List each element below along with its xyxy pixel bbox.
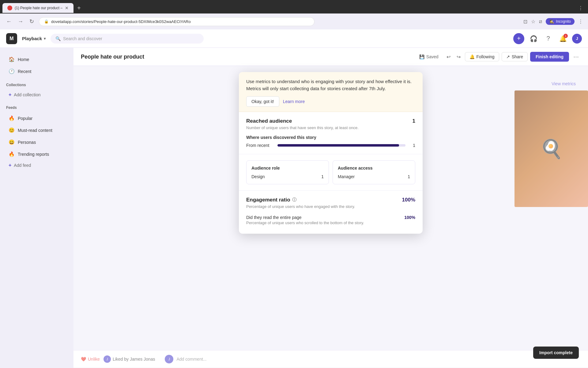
add-collection-label: Add collection <box>14 92 40 97</box>
tab-title: (1) People hate our product – <box>15 6 62 10</box>
cast-icon[interactable]: ⊡ <box>523 19 527 25</box>
audience-role-title: Audience role <box>251 166 324 171</box>
import-complete-button[interactable]: Import complete <box>533 347 579 359</box>
finish-editing-button[interactable]: Finish editing <box>530 52 569 62</box>
sidebar-item-must-read[interactable]: 😊 Must-read content <box>2 125 71 136</box>
reached-audience-subtitle: Number of unique users that have seen th… <box>246 125 415 130</box>
sidebar-item-home[interactable]: 🏠 Home <box>2 54 71 65</box>
recent-icon: 🕐 <box>9 68 15 74</box>
tab-favicon <box>7 6 12 10</box>
notifications-button[interactable]: 🔔 1 <box>557 33 568 44</box>
headphone-button[interactable]: 🎧 <box>528 33 539 44</box>
sidebar-label-recent: Recent <box>18 69 31 74</box>
add-feed-label: Add feed <box>14 163 31 168</box>
search-bar[interactable]: 🔍 Search and discover <box>51 34 204 44</box>
browser-menu-icon[interactable]: ⋮ <box>578 19 583 25</box>
extensions-icon[interactable]: ⧄ <box>539 19 542 24</box>
notice-actions: Okay, got it! Learn more <box>246 96 415 107</box>
undo-button[interactable]: ↩ <box>445 52 452 62</box>
tab-bar: (1) People hate our product – ✕ + ⋮ <box>0 0 588 13</box>
metrics-modal: Use metrics to understand who is engagin… <box>239 72 423 234</box>
audience-role-row: Design 1 <box>251 174 324 179</box>
content-area: People hate our product 💾 Saved ↩ ↪ 🔔 Fo… <box>74 48 588 368</box>
notice-learn-button[interactable]: Learn more <box>283 96 305 107</box>
audience-cards: Audience role Design 1 Audience access M… <box>239 154 423 191</box>
main-layout: 🏠 Home 🕐 Recent Collections + Add collec… <box>0 48 588 368</box>
engagement-subtitle: Percentage of unique users who have enga… <box>246 204 415 209</box>
app-header: M Playback ▾ 🔍 Search and discover + 🎧 ?… <box>0 29 588 48</box>
audience-role-card: Audience role Design 1 <box>246 160 329 184</box>
url-bar[interactable]: 🔒 dovetailapp.com/stories/People-hate-ou… <box>39 17 315 26</box>
story-header: People hate our product 💾 Saved ↩ ↪ 🔔 Fo… <box>74 48 588 66</box>
collections-section-header: Collections <box>0 78 74 89</box>
engagement-percentage: 100% <box>402 197 415 203</box>
discovery-bar-container <box>277 144 405 147</box>
home-icon: 🏠 <box>9 56 15 62</box>
discovery-row: From recent 1 <box>246 143 415 148</box>
sidebar-label-popular: Popular <box>18 116 32 121</box>
add-collection-icon: + <box>9 92 11 98</box>
following-button[interactable]: 🔔 Following <box>465 52 499 61</box>
incognito-label: Incognito <box>556 19 571 24</box>
reached-audience-count: 1 <box>413 118 415 124</box>
add-collection-button[interactable]: + Add collection <box>2 90 71 99</box>
more-options-button[interactable]: ⋯ <box>571 52 581 62</box>
browser-toolbar-actions: ⊡ ☆ ⧄ 🕵 Incognito ⋮ <box>523 18 583 25</box>
sidebar-label-personas: Personas <box>18 140 36 145</box>
engagement-header: Engagement ratio ⓘ 100% <box>246 197 415 203</box>
notice-text: Use metrics to understand who is engagin… <box>246 78 415 92</box>
incognito-badge: 🕵 Incognito <box>546 18 575 25</box>
create-button[interactable]: + <box>513 33 524 44</box>
sidebar-item-trending[interactable]: 🔥 Trending reports <box>2 149 71 159</box>
audience-access-title: Audience access <box>338 166 410 171</box>
nav-refresh-button[interactable]: ↻ <box>28 17 35 26</box>
discovery-bar <box>277 144 399 147</box>
new-tab-button[interactable]: + <box>75 3 83 13</box>
bell-following-icon: 🔔 <box>469 54 475 59</box>
address-bar-container: ← → ↻ 🔒 dovetailapp.com/stories/People-h… <box>0 13 588 29</box>
app-container: M Playback ▾ 🔍 Search and discover + 🎧 ?… <box>0 29 588 368</box>
sidebar-item-recent[interactable]: 🕐 Recent <box>2 66 71 77</box>
search-icon: 🔍 <box>55 36 61 41</box>
story-title: People hate our product <box>81 54 412 60</box>
app-brand[interactable]: Playback ▾ <box>22 36 46 41</box>
user-avatar[interactable]: J <box>572 34 582 44</box>
search-placeholder: Search and discover <box>63 36 102 41</box>
info-icon[interactable]: ⓘ <box>292 197 296 203</box>
audience-access-row: Manager 1 <box>338 174 410 179</box>
sidebar-item-popular[interactable]: 🔥 Popular <box>2 113 71 124</box>
sidebar-item-personas[interactable]: 😄 Personas <box>2 137 71 148</box>
notice-ok-button[interactable]: Okay, got it! <box>246 96 279 107</box>
trending-icon: 🔥 <box>9 151 15 157</box>
help-icon: ? <box>546 35 550 42</box>
discovery-title: Where users discovered this story <box>246 135 415 140</box>
tab-close-icon[interactable]: ✕ <box>65 6 69 10</box>
personas-icon: 😄 <box>9 139 15 145</box>
read-entire-subtitle: Percentage of unique users who scrolled … <box>246 220 415 225</box>
sidebar-label-home: Home <box>18 57 29 62</box>
audience-role-value: 1 <box>321 174 324 179</box>
headphone-icon: 🎧 <box>530 35 537 42</box>
active-tab[interactable]: (1) People hate our product – ✕ <box>2 3 74 13</box>
audience-access-value: 1 <box>408 174 410 179</box>
bookmark-icon[interactable]: ☆ <box>531 19 535 25</box>
add-feed-button[interactable]: + Add feed <box>2 161 71 170</box>
notification-count: 1 <box>564 34 568 38</box>
add-feed-icon: + <box>9 163 11 168</box>
url-text: dovetailapp.com/stories/People-hate-our-… <box>51 19 191 24</box>
lock-icon: 🔒 <box>44 19 49 24</box>
redo-button[interactable]: ↪ <box>455 52 462 62</box>
nav-forward-button[interactable]: → <box>17 17 24 26</box>
incognito-icon: 🕵 <box>549 19 554 24</box>
help-button[interactable]: ? <box>543 33 554 44</box>
sidebar-label-must-read: Must-read content <box>18 128 52 133</box>
read-entire-row: Did they read the entire page 100% Perce… <box>246 215 415 225</box>
share-button[interactable]: ↗ Share <box>502 52 528 61</box>
sidebar: 🏠 Home 🕐 Recent Collections + Add collec… <box>0 48 74 368</box>
reached-audience-header: Reached audience 1 <box>246 118 415 124</box>
saved-button[interactable]: 💾 Saved <box>416 52 442 61</box>
popular-icon: 🔥 <box>9 115 15 121</box>
notice-banner: Use metrics to understand who is engagin… <box>239 72 423 112</box>
nav-back-button[interactable]: ← <box>5 17 13 26</box>
sidebar-label-trending: Trending reports <box>18 152 49 157</box>
